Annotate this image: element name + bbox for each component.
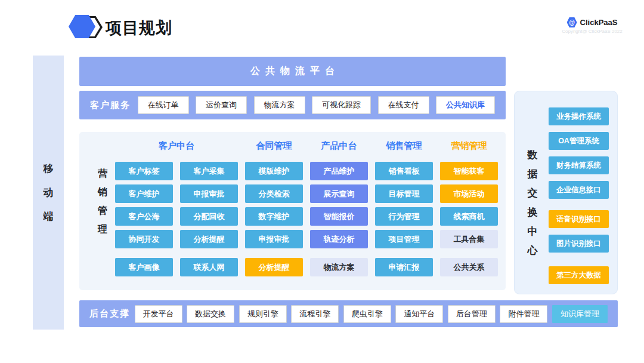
matrix-cell: 智能报价 (310, 207, 368, 226)
clickpaas-logo-icon: @ (567, 17, 577, 27)
backend-support-label: 后台支撑 (89, 308, 130, 319)
marketing-rail-char: 销 (98, 186, 107, 199)
matrix-cell: 产品维护 (310, 162, 368, 180)
data-exchange-item: 财务结算系统 (549, 156, 609, 174)
matrix-column-header: 客户中台 (115, 140, 238, 152)
backend-support-item: 后台管理 (448, 305, 496, 323)
matrix-row: 协同开发分析提醒申报审批轨迹分析项目管理工具合集 (115, 230, 498, 248)
matrix-cell: 客户维护 (115, 184, 173, 203)
customer-service-item: 公共知识库 (436, 96, 495, 114)
customer-service-label: 客户服务 (90, 100, 131, 111)
copyright-text: Copyright@ ClickPaaS 2022 (559, 29, 625, 34)
backend-support-item: 数据交换 (187, 305, 234, 323)
matrix-row: 客户画像联系人网分析提醒物流方案申请汇报公共关系 (115, 258, 498, 276)
data-exchange-char: 中 (528, 224, 538, 238)
matrix-cell: 分配回收 (180, 207, 238, 226)
matrix-row: 客户标签客户采集模版维护产品维护销售看板智能获客 (115, 162, 498, 180)
marketing-matrix-panel: 客户中台合同管理产品中台销售管理营销管理 营 销 管 理 客户标签客户采集模版维… (79, 132, 506, 290)
matrix-grid: 客户标签客户采集模版维护产品维护销售看板智能获客 客户维护申报审批分类检索展示查… (115, 162, 498, 276)
customer-service-item: 可视化跟踪 (312, 96, 371, 114)
matrix-cell: 客户公海 (115, 207, 173, 226)
data-exchange-panel: 数 据 交 换 中 心 业务操作系统OA管理系统财务结算系统企业信息接口语音识别… (514, 91, 618, 294)
matrix-cell: 数字维护 (245, 207, 303, 226)
matrix-cell: 行为管理 (375, 207, 433, 226)
mobile-rail-char: 端 (44, 210, 54, 223)
matrix-cell: 分类检索 (245, 184, 303, 203)
backend-support-item: 规则引擎 (239, 305, 287, 323)
platform-banner: 公共物流平台 (79, 57, 506, 86)
data-exchange-items: 业务操作系统OA管理系统财务结算系统企业信息接口语音识别接口图片识别接口第三方大… (549, 107, 609, 284)
page-header: 项目规划 @ ClickPaaS Copyright@ ClickPaaS 20… (0, 0, 644, 54)
page-title: 项目规划 (106, 17, 172, 39)
matrix-cell: 公共关系 (440, 258, 498, 276)
backend-support-item: 附件管理 (500, 305, 547, 323)
matrix-cell: 目标管理 (375, 184, 433, 203)
matrix-cell: 客户画像 (115, 258, 173, 276)
customer-service-item: 物流方案 (254, 96, 305, 114)
data-exchange-item: 图片识别接口 (549, 235, 609, 253)
customer-service-item: 运价查询 (196, 96, 247, 114)
hexagon-logo-icon (69, 15, 103, 39)
matrix-column-header: 合同管理 (245, 140, 303, 152)
data-exchange-char: 交 (528, 186, 538, 200)
matrix-cell: 轨迹分析 (310, 230, 368, 248)
data-exchange-item: 企业信息接口 (549, 181, 609, 199)
matrix-cell: 分析提醒 (180, 230, 238, 248)
backend-support-item: 流程引擎 (291, 305, 339, 323)
data-exchange-item: 语音识别接口 (549, 210, 609, 228)
mobile-rail: 移 动 端 (33, 56, 64, 330)
data-exchange-char: 换 (528, 205, 538, 219)
matrix-cell: 客户采集 (180, 162, 238, 180)
matrix-cell: 模版维护 (245, 162, 303, 180)
data-exchange-char: 数 (528, 148, 538, 162)
matrix-cell: 项目管理 (375, 230, 433, 248)
matrix-cell: 申请汇报 (375, 258, 433, 276)
matrix-cell: 分析提醒 (245, 258, 303, 276)
backend-support-item: 知识库管理 (552, 305, 608, 323)
matrix-cell: 工具合集 (440, 230, 498, 248)
brand-block: @ ClickPaaS Copyright@ ClickPaaS 2022 (559, 17, 625, 34)
marketing-management-rail: 营 销 管 理 (94, 168, 112, 236)
matrix-cell: 市场活动 (440, 184, 498, 203)
matrix-row: 客户维护申报审批分类检索展示查询目标管理市场活动 (115, 184, 498, 203)
data-exchange-item: OA管理系统 (549, 132, 609, 150)
matrix-column-header: 营销管理 (440, 140, 498, 152)
matrix-cell: 展示查询 (310, 184, 368, 203)
marketing-rail-char: 管 (98, 205, 107, 217)
matrix-cell: 联系人网 (180, 258, 238, 276)
marketing-rail-char: 营 (98, 168, 107, 180)
matrix-row: 客户公海分配回收数字维护智能报价行为管理线索商机 (115, 207, 498, 226)
mobile-rail-char: 移 (44, 162, 54, 176)
customer-service-item: 在线订单 (138, 96, 189, 114)
data-exchange-rail: 数 据 交 换 中 心 (525, 148, 540, 257)
platform-banner-title: 公共物流平台 (245, 65, 340, 78)
matrix-column-header: 销售管理 (375, 140, 433, 152)
backend-support-band: 后台支撑 开发平台数据交换规则引擎流程引擎爬虫引擎通知平台后台管理附件管理知识库… (79, 300, 618, 327)
marketing-rail-char: 理 (98, 223, 107, 236)
matrix-header-row: 客户中台合同管理产品中台销售管理营销管理 (115, 140, 498, 152)
data-exchange-char: 心 (528, 244, 538, 257)
backend-support-item: 通知平台 (395, 305, 443, 323)
data-exchange-item: 第三方大数据 (549, 266, 609, 284)
matrix-cell: 客户标签 (115, 162, 173, 180)
matrix-cell: 智能获客 (440, 162, 498, 180)
matrix-cell: 申报审批 (245, 230, 303, 248)
matrix-cell: 物流方案 (310, 258, 368, 276)
matrix-cell: 销售看板 (375, 162, 433, 180)
customer-service-item: 在线支付 (378, 96, 429, 114)
project-planning-diagram: 项目规划 @ ClickPaaS Copyright@ ClickPaaS 20… (0, 0, 644, 363)
matrix-cell: 协同开发 (115, 230, 173, 248)
mobile-rail-char: 动 (44, 186, 54, 199)
customer-service-band: 客户服务 在线订单运价查询物流方案可视化跟踪在线支付公共知识库 (79, 91, 506, 119)
data-exchange-item: 业务操作系统 (549, 107, 609, 125)
backend-support-item: 开发平台 (135, 305, 182, 323)
brand-name: ClickPaaS (580, 18, 618, 27)
data-exchange-char: 据 (528, 167, 538, 181)
matrix-column-header: 产品中台 (310, 140, 368, 152)
backend-support-item: 爬虫引擎 (343, 305, 391, 323)
matrix-cell: 线索商机 (440, 207, 498, 226)
matrix-cell: 申报审批 (180, 184, 238, 203)
